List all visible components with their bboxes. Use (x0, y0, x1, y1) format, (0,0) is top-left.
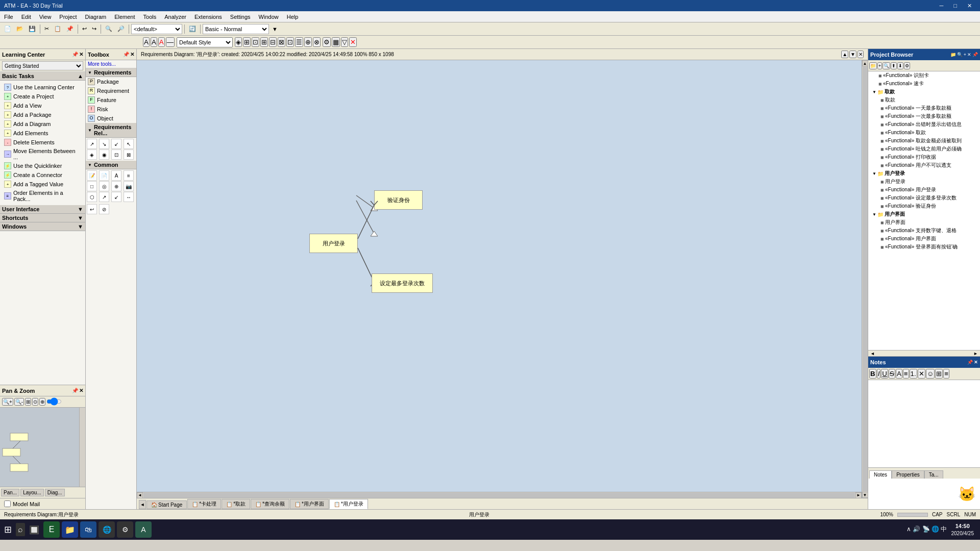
conn-tool-5[interactable]: ◈ (87, 149, 97, 160)
tree-item-qk-7[interactable]: ◼ «Functional» 吐钱之前用户必须确 (868, 145, 980, 153)
diagram-box-verify-identity[interactable]: 验证身份 (374, 190, 423, 210)
diag-btn7[interactable]: ⊡ (286, 37, 294, 47)
pb-scroll-left[interactable]: ◄ (870, 351, 875, 356)
menu-help[interactable]: Help (283, 13, 303, 21)
new-btn[interactable]: 📄 (2, 24, 13, 33)
notes-tab-tagged[interactable]: Ta... (924, 470, 943, 479)
tree-item-0[interactable]: ◼ «Functional» 识别卡 (868, 71, 980, 80)
tree-item-ui-3[interactable]: ◼ «Functional» 用户界面 (868, 235, 980, 243)
pb-tb-1[interactable]: 📁 (869, 62, 877, 69)
conn-tool-2[interactable]: ↘ (99, 139, 109, 149)
tree-item-lg-2[interactable]: ◼ «Functional» 用户登录 (868, 186, 980, 194)
task-create-project[interactable]: + Create a Project (0, 92, 85, 101)
pb-tb-6[interactable]: ⚙ (904, 62, 910, 69)
zoom-out-btn[interactable]: 🔎 (115, 24, 127, 33)
line-btn[interactable]: — (166, 37, 175, 47)
menu-settings[interactable]: Settings (226, 13, 255, 21)
comm-tool-5[interactable]: □ (87, 181, 97, 191)
comm-tool-2[interactable]: 📄 (99, 170, 109, 181)
menu-extensions[interactable]: Extensions (190, 13, 226, 21)
menu-diagram[interactable]: Diagram (81, 13, 111, 21)
model-mail-checkbox[interactable] (4, 500, 11, 507)
pb-pin[interactable]: 📌 (972, 52, 978, 57)
zoom-in-btn[interactable]: 🔍 (103, 24, 114, 33)
menu-file[interactable]: File (0, 13, 17, 21)
conn-tool-4[interactable]: ↖ (124, 139, 134, 149)
windows-header[interactable]: Windows ▼ (0, 222, 85, 231)
comm-tool-6[interactable]: ◎ (99, 181, 109, 191)
tree-item-qk-5[interactable]: ◼ «Functional» 取款 (868, 129, 980, 137)
toolbox-package[interactable]: P Package (86, 77, 136, 86)
diag-btn3[interactable]: ⊡ (252, 37, 259, 47)
canvas-nav-down[interactable]: ▼ (849, 51, 856, 58)
comm-tool-13[interactable]: ↩ (87, 204, 97, 214)
tab-balance-check[interactable]: 📋 *查询余额 (251, 499, 289, 509)
tree-item-lg-3[interactable]: ◼ «Functional» 设定最多登录次数 (868, 194, 980, 202)
diag-btn6[interactable]: ⊠ (278, 37, 285, 47)
pz-zoom-slider[interactable] (46, 397, 62, 406)
pb-scroll-right[interactable]: ► (973, 351, 978, 356)
tree-item-lg-4[interactable]: ◼ «Functional» 验证身份 (868, 202, 980, 210)
pb-btn3[interactable]: + (964, 52, 966, 57)
notes-underline[interactable]: U (881, 369, 888, 379)
pz-zoom-out[interactable]: 🔍- (14, 398, 24, 406)
tree-item-qk-3[interactable]: ◼ «Functional» 一次最多取款额 (868, 112, 980, 120)
menu-edit[interactable]: Edit (17, 13, 35, 21)
comm-tool-3[interactable]: A (111, 170, 121, 181)
maximize-btn[interactable]: □ (949, 3, 961, 9)
tree-item-qk-2[interactable]: ◼ «Functional» 一天最多取款额 (868, 104, 980, 112)
task-order-elements[interactable]: ≡ Order Elements in a Pack... (0, 189, 85, 203)
notes-format[interactable]: ≡ (943, 369, 949, 379)
canvas-scrollbar-h[interactable]: ◄ ► (137, 492, 862, 498)
tree-item-ui-4[interactable]: ◼ «Functional» 登录界面有按钮'确 (868, 243, 980, 251)
canvas-scrollbar-v[interactable]: ▲ ▼ (862, 60, 868, 498)
tb-close[interactable]: ✕ (130, 52, 134, 57)
notes-italic[interactable]: I (877, 369, 881, 379)
conn-tool-8[interactable]: ⊠ (124, 149, 134, 160)
default-style-select[interactable]: Default Style (177, 37, 233, 47)
diag-btn10[interactable]: ⊗ (313, 37, 321, 47)
tab-user-login[interactable]: 📋 *用户登录 (329, 499, 368, 509)
comm-tool-11[interactable]: ↙ (111, 192, 121, 202)
task-create-connector[interactable]: ⚡ Create a Connector (0, 170, 85, 180)
diag-btn5[interactable]: ⊟ (269, 37, 277, 47)
notes-close[interactable]: ✕ (974, 360, 978, 365)
task-tagged-value[interactable]: + Add a Tagged Value (0, 180, 85, 189)
search-taskbar[interactable]: ⌕ (16, 523, 25, 536)
taskbar-ie[interactable]: E (43, 521, 60, 538)
conn-tool-3[interactable]: ↙ (111, 139, 121, 149)
pz-fit[interactable]: ⊞ (25, 398, 31, 406)
comm-tool-14[interactable]: ⊘ (99, 204, 109, 214)
notes-tab-properties[interactable]: Properties (892, 470, 924, 479)
scroll-left-btn[interactable]: ◄ (137, 492, 143, 498)
conn-tool-6[interactable]: ◉ (99, 149, 109, 160)
conn-tool-1[interactable]: ↗ (87, 139, 97, 149)
task-add-diagram[interactable]: + Add a Diagram (0, 119, 85, 129)
taskbar-app1[interactable]: 🌐 (99, 521, 115, 538)
diagram-box-max-login[interactable]: 设定最多登录次数 (372, 273, 433, 293)
tree-item-ui-2[interactable]: ◼ «Functional» 支持数字键、退格 (868, 227, 980, 235)
basic-tasks-header[interactable]: Basic Tasks ▲ (0, 72, 85, 81)
toolbox-risk[interactable]: ! Risk (86, 105, 136, 114)
pz-pin-btn[interactable]: 📌 (72, 388, 78, 393)
task-add-package[interactable]: + Add a Package (0, 110, 85, 119)
style-down-btn[interactable]: ▼ (270, 25, 280, 33)
pb-tb-4[interactable]: ⬆ (891, 62, 897, 69)
pan-tab[interactable]: Pan... (1, 489, 19, 496)
lc-close-btn[interactable]: ✕ (79, 52, 83, 57)
menu-element[interactable]: Element (110, 13, 139, 21)
cut-btn[interactable]: ✂ (42, 24, 51, 33)
close-diag-btn[interactable]: ✕ (349, 37, 357, 47)
pz-scrollbar-v[interactable] (79, 408, 85, 487)
pointer-btn[interactable]: A (143, 37, 150, 47)
requirements-section-header[interactable]: Requirements (86, 68, 136, 77)
namespace-select[interactable]: <default> (131, 24, 182, 34)
pb-btn1[interactable]: 📁 (950, 52, 956, 57)
minimize-btn[interactable]: ─ (936, 3, 948, 9)
menu-view[interactable]: View (35, 13, 56, 21)
more-tools-link[interactable]: More tools... (86, 60, 136, 68)
start-button[interactable]: ⊞ (2, 522, 14, 537)
toolbox-requirement[interactable]: R Requirement (86, 86, 136, 95)
notes-strikethrough[interactable]: S (889, 369, 895, 379)
tab-withdraw[interactable]: 📋 *取款 (222, 499, 250, 509)
